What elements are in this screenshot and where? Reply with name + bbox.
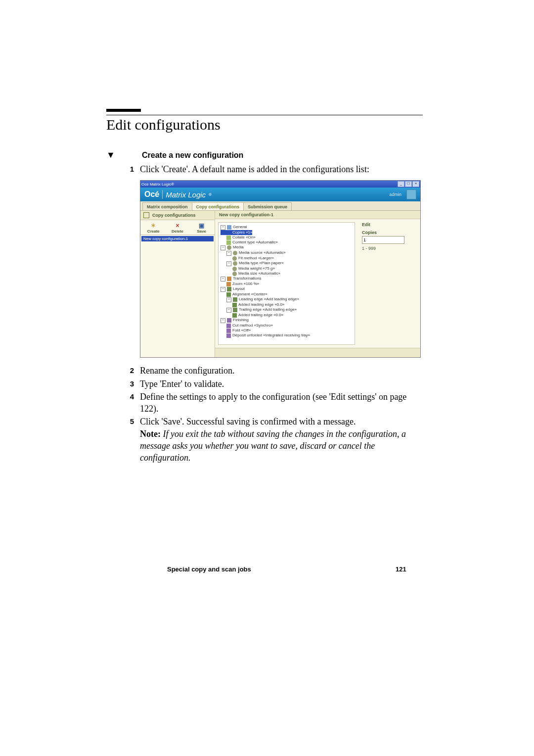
tab-copy-configurations[interactable]: Copy configurations — [192, 202, 244, 210]
brand-product: Matrix Logic — [166, 190, 206, 199]
current-user: admin — [389, 192, 401, 197]
tree-collate[interactable]: Collate «On» — [232, 235, 256, 239]
tree-transformations[interactable]: Transformations — [233, 276, 262, 281]
leaf-icon — [233, 297, 237, 302]
step-text: Define the settings to apply to the conf… — [140, 391, 423, 415]
step-number: 4 — [106, 391, 134, 415]
section-rule — [106, 109, 141, 112]
note-body: If you exit the tab without saving the c… — [140, 429, 406, 463]
wand-icon: ✶ — [141, 222, 165, 229]
tree-finishing[interactable]: Finishing — [233, 318, 249, 322]
tree-layout[interactable]: Layout — [233, 286, 245, 291]
tree-media-weight[interactable]: Media weight «75 g» — [238, 266, 275, 271]
collapse-icon[interactable]: − — [221, 318, 225, 323]
window-title: Oce Matrix Logic® — [141, 182, 174, 187]
tab-submission-queue[interactable]: Submission queue — [243, 202, 292, 210]
tree-media-source[interactable]: Media source «Automatic» — [239, 250, 286, 255]
media-icon — [227, 245, 231, 250]
save-button[interactable]: ▣ Save — [190, 222, 214, 234]
media-icon — [233, 261, 237, 266]
step-number: 1 — [106, 163, 134, 175]
tree-trailing-edge[interactable]: Trailing edge «Add trailing edge» — [239, 307, 297, 312]
tree-cut-method[interactable]: Cut method «Synchro» — [232, 323, 273, 328]
finishing-icon — [227, 318, 231, 323]
leaf-icon — [232, 303, 237, 307]
step-text: Rename the configuration. — [140, 365, 423, 377]
leaf-icon — [226, 282, 231, 286]
tree-fold[interactable]: Fold «Off» — [232, 328, 251, 332]
save-icon: ▣ — [190, 222, 214, 229]
footer-section: Special copy and scan jobs — [167, 566, 251, 573]
tree-media-type[interactable]: Media type «Plain paper» — [239, 261, 284, 265]
edit-title: Edit — [362, 222, 416, 227]
tree-general[interactable]: General — [233, 225, 247, 229]
delete-label: Delete — [166, 229, 189, 234]
collapse-icon[interactable]: − — [226, 308, 231, 313]
tree-leading-edge[interactable]: Leading edge «Add leading edge» — [239, 297, 299, 301]
subhead-marker-icon: ▼ — [106, 150, 115, 160]
collapse-icon[interactable]: − — [221, 287, 225, 292]
close-icon[interactable]: × — [412, 181, 419, 187]
status-bar — [215, 348, 420, 357]
create-label: Create — [141, 229, 165, 234]
leaf-icon — [232, 256, 237, 261]
copies-range: 1 - 999 — [362, 246, 416, 251]
brand-bar: Océ Matrix Logic ® admin — [140, 188, 420, 201]
config-list-item[interactable]: New copy configuration-1 — [141, 236, 214, 241]
collapse-icon[interactable]: − — [226, 261, 231, 266]
edit-panel: Edit Copies 1 - 999 — [358, 219, 420, 348]
edit-field-label: Copies — [362, 230, 416, 235]
brand-status-icon — [406, 189, 416, 199]
leaf-icon — [226, 292, 231, 297]
leaf-icon — [226, 240, 231, 245]
leaf-icon — [226, 236, 231, 240]
minimize-icon[interactable]: _ — [398, 181, 404, 187]
pane-icon — [143, 212, 149, 218]
layout-icon — [227, 287, 231, 291]
transform-icon — [227, 277, 231, 281]
save-label: Save — [190, 229, 214, 234]
embedded-screenshot: Oce Matrix Logic® _ □ × Océ Matrix Logic… — [140, 180, 423, 358]
step-number: 5 — [106, 416, 134, 464]
collapse-icon[interactable]: − — [226, 297, 231, 302]
tree-deposit[interactable]: Deposit unfolded «Integrated receiving t… — [232, 333, 310, 337]
main-title: New copy configuration-1 — [215, 211, 420, 219]
step-text: Click 'Create'. A default name is added … — [140, 163, 423, 175]
copies-input[interactable] — [362, 236, 404, 244]
maximize-icon[interactable]: □ — [405, 181, 412, 187]
settings-tree[interactable]: −General Copies «1» Collate «On» Content… — [218, 222, 355, 345]
tree-added-trailing[interactable]: Added trailing edge «0.0» — [238, 313, 283, 317]
tree-media-size[interactable]: Media size «Automatic» — [238, 271, 280, 276]
collapse-icon[interactable]: − — [221, 277, 225, 282]
note-label: Note: — [140, 429, 161, 439]
tree-zoom[interactable]: Zoom «100 %» — [232, 282, 259, 286]
delete-button[interactable]: × Delete — [166, 222, 189, 234]
leaf-icon — [226, 333, 231, 338]
window-titlebar: Oce Matrix Logic® _ □ × — [140, 181, 420, 188]
step5-main: Click 'Save'. Successful saving is confi… — [140, 417, 356, 426]
brand-logo-text: Océ — [144, 190, 159, 199]
collapse-icon[interactable]: − — [221, 225, 225, 230]
tree-media[interactable]: Media — [233, 245, 244, 249]
leaf-icon — [232, 313, 237, 318]
tree-fit-method[interactable]: Fit method «Larger» — [238, 256, 274, 260]
leaf-icon — [233, 308, 237, 312]
collapse-icon[interactable]: − — [226, 251, 231, 256]
section-title: Edit configurations — [106, 115, 423, 133]
tree-added-leading[interactable]: Added leading edge «0.0» — [238, 302, 284, 307]
leaf-icon — [226, 231, 231, 235]
media-icon — [233, 251, 237, 255]
tree-content-type[interactable]: Content type «Automatic» — [232, 240, 278, 244]
collapse-icon[interactable]: − — [221, 245, 225, 250]
leaf-icon — [226, 324, 231, 328]
subhead: Create a new configuration — [142, 151, 243, 160]
step-text: Type 'Enter' to validate. — [140, 378, 423, 390]
tab-matrix-composition[interactable]: Matrix composition — [142, 202, 192, 210]
step-number: 2 — [106, 365, 134, 377]
delete-icon: × — [166, 222, 189, 229]
step-number: 3 — [106, 378, 134, 390]
leaf-icon — [232, 267, 237, 271]
create-button[interactable]: ✶ Create — [141, 222, 165, 234]
tree-alignment[interactable]: Alignment «Center» — [232, 292, 267, 296]
tree-copies[interactable]: Copies «1» — [232, 230, 252, 235]
